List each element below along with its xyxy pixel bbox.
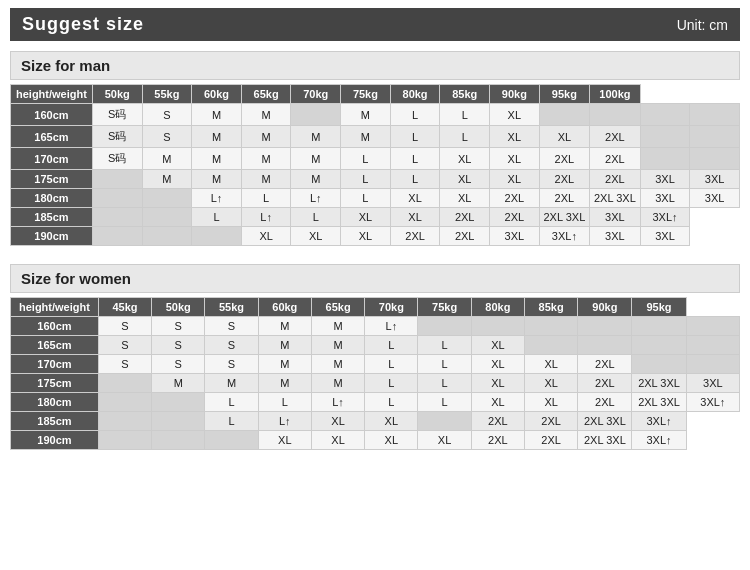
women-table-body: 160cmSSSMML↑165cmSSSMMLLXL170cmSSSMMLLXL…: [11, 317, 740, 450]
page-wrapper: Suggest size Unit: cm Size for man heigh…: [0, 0, 750, 476]
table-cell: 3XL: [640, 227, 690, 246]
table-row: 175cmMMMMLLXLXL2XL2XL3XL3XL: [11, 170, 740, 189]
women-col-65: 65kg: [311, 298, 364, 317]
table-cell: M: [291, 148, 341, 170]
table-cell: 190cm: [11, 431, 99, 450]
table-cell: XL: [525, 374, 578, 393]
table-cell: 2XL: [539, 170, 590, 189]
table-cell: L: [241, 189, 291, 208]
table-cell: [632, 336, 686, 355]
table-row: 175cmMMMMLLXLXL2XL2XL 3XL3XL: [11, 374, 740, 393]
table-cell: M: [241, 170, 291, 189]
table-cell: S: [205, 336, 258, 355]
table-row: 170cmSSSMMLLXLXL2XL: [11, 355, 740, 374]
table-cell: 190cm: [11, 227, 93, 246]
table-cell: [640, 126, 690, 148]
table-cell: L↑: [365, 317, 418, 336]
women-col-55: 55kg: [205, 298, 258, 317]
man-col-90: 90kg: [490, 85, 540, 104]
table-cell: [690, 126, 740, 148]
table-cell: XL: [440, 148, 490, 170]
table-cell: 2XL: [539, 189, 590, 208]
table-row: 190cmXLXLXL2XL2XL3XL3XL↑3XL3XL: [11, 227, 740, 246]
table-cell: XL: [490, 148, 540, 170]
table-cell: 2XL 3XL: [632, 393, 686, 412]
table-cell: 160cm: [11, 104, 93, 126]
table-cell: XL: [311, 431, 364, 450]
table-cell: L: [192, 208, 242, 227]
table-cell: L: [440, 126, 490, 148]
table-cell: [98, 431, 151, 450]
table-cell: S: [98, 317, 151, 336]
table-cell: XL: [390, 208, 440, 227]
table-cell: L: [365, 336, 418, 355]
women-table: height/weight 45kg 50kg 55kg 60kg 65kg 7…: [10, 297, 740, 450]
table-cell: XL: [365, 412, 418, 431]
man-col-95: 95kg: [539, 85, 590, 104]
man-col-55: 55kg: [142, 85, 192, 104]
table-cell: [98, 393, 151, 412]
table-cell: 175cm: [11, 170, 93, 189]
table-cell: S: [152, 355, 205, 374]
table-cell: 3XL: [690, 189, 740, 208]
women-col-80: 80kg: [471, 298, 524, 317]
table-cell: L: [418, 374, 471, 393]
table-cell: 2XL: [590, 148, 641, 170]
table-cell: L: [390, 170, 440, 189]
table-cell: L↑: [311, 393, 364, 412]
table-cell: M: [311, 355, 364, 374]
page-header: Suggest size Unit: cm: [10, 8, 740, 41]
table-cell: [418, 412, 471, 431]
table-cell: 165cm: [11, 336, 99, 355]
man-col-80: 80kg: [390, 85, 440, 104]
man-col-hw: height/weight: [11, 85, 93, 104]
table-cell: M: [241, 126, 291, 148]
table-cell: XL: [539, 126, 590, 148]
table-cell: 165cm: [11, 126, 93, 148]
table-cell: S: [152, 336, 205, 355]
women-col-75: 75kg: [418, 298, 471, 317]
table-cell: [92, 208, 142, 227]
table-cell: [690, 148, 740, 170]
table-cell: [640, 148, 690, 170]
table-cell: M: [192, 104, 242, 126]
man-col-50: 50kg: [92, 85, 142, 104]
table-cell: M: [192, 170, 242, 189]
table-cell: [98, 374, 151, 393]
table-cell: XL: [490, 170, 540, 189]
man-section-title: Size for man: [10, 51, 740, 80]
table-cell: L↑: [192, 189, 242, 208]
women-col-45: 45kg: [98, 298, 151, 317]
table-cell: 3XL↑: [686, 393, 739, 412]
table-cell: [152, 393, 205, 412]
table-cell: S码: [92, 126, 142, 148]
table-cell: 2XL: [390, 227, 440, 246]
table-cell: [152, 431, 205, 450]
table-cell: M: [192, 126, 242, 148]
table-row: 165cmSSSMMLLXL: [11, 336, 740, 355]
women-col-50: 50kg: [152, 298, 205, 317]
man-col-75: 75kg: [341, 85, 391, 104]
table-cell: M: [152, 374, 205, 393]
table-row: 185cmLL↑LXLXL2XL2XL2XL 3XL3XL3XL↑: [11, 208, 740, 227]
table-cell: M: [291, 170, 341, 189]
table-cell: 2XL: [578, 355, 632, 374]
table-cell: [98, 412, 151, 431]
table-cell: XL: [490, 126, 540, 148]
table-cell: 3XL: [640, 170, 690, 189]
women-col-95: 95kg: [632, 298, 686, 317]
women-col-60: 60kg: [258, 298, 311, 317]
table-cell: L↑: [258, 412, 311, 431]
table-cell: 2XL 3XL: [590, 189, 641, 208]
table-cell: [539, 104, 590, 126]
table-cell: L↑: [291, 189, 341, 208]
man-col-100: 100kg: [590, 85, 641, 104]
table-cell: 2XL: [525, 412, 578, 431]
table-cell: S: [205, 355, 258, 374]
table-cell: [142, 189, 192, 208]
table-cell: L: [418, 393, 471, 412]
table-cell: [291, 104, 341, 126]
table-cell: [418, 317, 471, 336]
table-cell: XL: [440, 189, 490, 208]
table-cell: M: [341, 104, 391, 126]
